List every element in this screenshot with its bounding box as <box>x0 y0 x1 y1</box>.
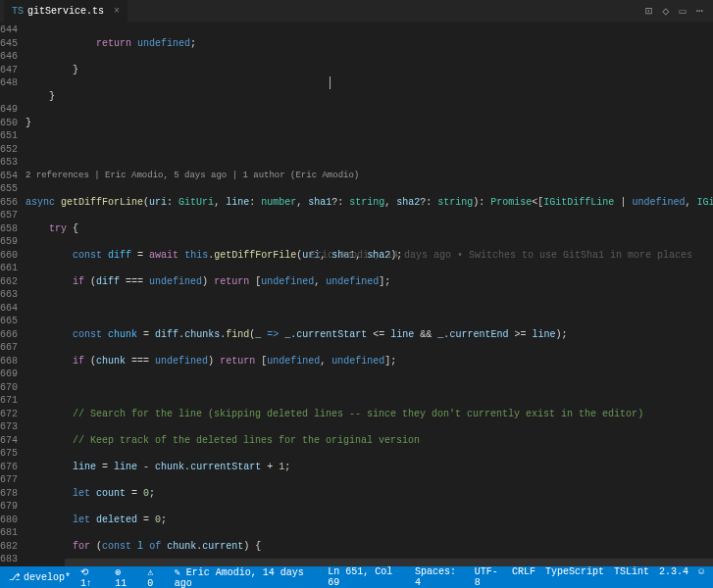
language-mode[interactable]: TypeScript <box>540 566 609 577</box>
tslint-status[interactable]: TSLint <box>609 566 654 577</box>
cursor-position[interactable]: Ln 651, Col 69 <box>323 566 410 588</box>
line-number: 670 <box>0 381 18 395</box>
error-count[interactable]: ⊗ 11 <box>110 566 142 588</box>
line-number: 681 <box>0 526 18 540</box>
version[interactable]: 2.3.4 <box>654 566 693 577</box>
branch-name: develop* <box>24 572 71 583</box>
line-number: 644 <box>0 24 18 37</box>
line-number: 677 <box>0 473 18 487</box>
sync-status[interactable]: ⟲ 1↑ <box>76 566 110 588</box>
branch-icon: ⎇ <box>9 571 21 583</box>
line-number: 668 <box>0 355 18 368</box>
line-number: 646 <box>0 50 18 64</box>
line-number: 669 <box>0 368 18 381</box>
line-number: 658 <box>0 222 18 236</box>
line-number: 672 <box>0 408 18 421</box>
line-number: 675 <box>0 447 18 461</box>
warning-count[interactable]: ⚠ 0 <box>142 566 169 588</box>
line-number <box>0 90 18 104</box>
line-number: 660 <box>0 249 18 263</box>
split-editor-icon[interactable]: ⊡ <box>645 4 652 19</box>
editor-area[interactable]: 644 645 646 647 648 649 650 651 652 653 … <box>0 22 713 566</box>
line-number: 667 <box>0 341 18 355</box>
line-number: 657 <box>0 209 18 222</box>
line-number: 665 <box>0 315 18 328</box>
line-number: 661 <box>0 262 18 275</box>
line-number: 662 <box>0 275 18 289</box>
line-number: 680 <box>0 514 18 527</box>
line-number: 648 <box>0 76 18 90</box>
line-number: 671 <box>0 394 18 408</box>
close-icon[interactable]: × <box>114 6 120 17</box>
indentation[interactable]: Spaces: 4 <box>410 566 470 588</box>
inline-blame: Eric Amodio, 14 days ago • Switches to u… <box>310 249 692 263</box>
line-number <box>0 566 18 567</box>
line-number: 652 <box>0 143 18 157</box>
line-number: 659 <box>0 235 18 249</box>
line-gutter: 644 645 646 647 648 649 650 651 652 653 … <box>0 22 25 566</box>
more-icon[interactable]: ⋯ <box>696 4 703 19</box>
git-branch[interactable]: ⎇develop* <box>4 566 76 588</box>
line-number: 679 <box>0 500 18 514</box>
line-number: 647 <box>0 64 18 77</box>
codelens[interactable]: 2 references | Eric Amodio, 5 days ago |… <box>25 170 713 183</box>
line-number: 645 <box>0 37 18 51</box>
line-number: 666 <box>0 328 18 342</box>
line-number: 654 <box>0 170 18 183</box>
code-content[interactable]: return undefined; } } } 2 references | E… <box>25 22 713 566</box>
line-number: 682 <box>0 540 18 554</box>
title-actions: ⊡ ◇ ▭ ⋯ <box>645 4 709 19</box>
line-number: 656 <box>0 196 18 210</box>
line-number: 683 <box>0 553 18 566</box>
line-number: 655 <box>0 182 18 196</box>
editor-tab[interactable]: TS gitService.ts × <box>4 0 127 22</box>
line-number: 663 <box>0 288 18 302</box>
line-number: 653 <box>0 156 18 170</box>
line-number: 678 <box>0 487 18 501</box>
line-number: 649 <box>0 103 18 117</box>
line-number: 664 <box>0 302 18 316</box>
line-number: 650 <box>0 117 18 130</box>
text-cursor <box>330 76 331 89</box>
eol[interactable]: CRLF <box>507 566 540 577</box>
line-number: 673 <box>0 420 18 434</box>
layout-icon[interactable]: ▭ <box>680 4 687 19</box>
diff-icon[interactable]: ◇ <box>662 4 669 19</box>
blame-status[interactable]: ✎ Eric Amodio, 14 days ago <box>170 566 323 589</box>
encoding[interactable]: UTF-8 <box>470 566 507 588</box>
typescript-icon: TS <box>12 6 24 17</box>
tab-filename: gitService.ts <box>27 6 104 17</box>
horizontal-scrollbar[interactable] <box>65 559 713 566</box>
line-number: 676 <box>0 461 18 474</box>
title-bar: TS gitService.ts × ⊡ ◇ ▭ ⋯ <box>0 0 713 22</box>
line-number: 651 <box>0 129 18 143</box>
status-bar: ⎇develop* ⟲ 1↑ ⊗ 11 ⚠ 0 ✎ Eric Amodio, 1… <box>0 566 713 588</box>
line-number: 674 <box>0 434 18 448</box>
feedback-icon[interactable]: ☺ <box>693 566 709 577</box>
